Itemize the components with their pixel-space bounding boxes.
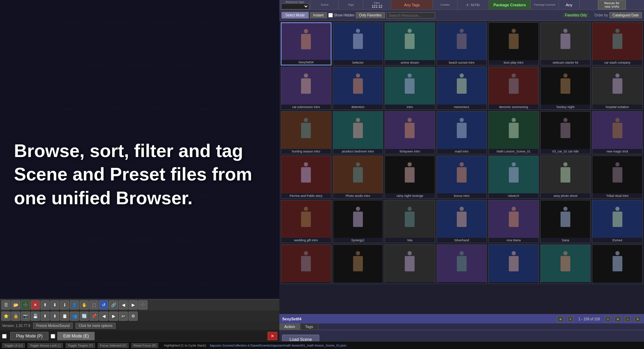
grid-item-perrine-pablo[interactable]: Perrine and Pablo story: [281, 156, 331, 199]
close-button[interactable]: ✕: [268, 332, 277, 340]
lock-icon[interactable]: 🔒: [11, 312, 20, 321]
grid-item-hockey-night[interactable]: hockey night: [540, 67, 591, 110]
first-page-button[interactable]: «: [557, 316, 564, 322]
edit-mode-button[interactable]: Edit Mode (E): [57, 332, 95, 340]
hand-icon[interactable]: ✋: [80, 300, 89, 309]
grid-item-sexy-photo-shoot[interactable]: sexy photo shoot: [540, 156, 591, 199]
save-icon[interactable]: 💾: [31, 312, 40, 321]
resource-type-select[interactable]: [281, 3, 309, 9]
catalogued-date-button[interactable]: Catalogued Date: [609, 12, 642, 18]
grid-item-selector[interactable]: Selector: [333, 22, 383, 65]
grid-item-math-lesson[interactable]: Math Lesson_Scene_01: [488, 111, 539, 154]
grid-item-beach-sunset-intro[interactable]: beach sunset intro: [437, 22, 487, 65]
grid-item-synergy1[interactable]: Synergy1: [333, 200, 383, 243]
download-icon[interactable]: ⬇: [50, 300, 59, 309]
tab-tags[interactable]: Tags: [300, 323, 319, 330]
grid-item-tribal-ritual[interactable]: Tribal ritual intro: [592, 156, 643, 199]
zoom-out-button[interactable]: -: [625, 316, 631, 322]
search-input[interactable]: [386, 12, 435, 19]
grid-item-anime-dream[interactable]: anime dream: [385, 22, 435, 65]
grid-item-webcam-starter-kit[interactable]: webcam starter kit: [540, 22, 591, 65]
arrow-left-icon[interactable]: ◀: [119, 300, 128, 309]
select-mode-button[interactable]: Select Mode: [281, 12, 309, 19]
group-icon[interactable]: 👥: [70, 312, 79, 321]
play-mode-checkbox[interactable]: [2, 334, 7, 339]
instant-button[interactable]: Instant: [310, 12, 327, 18]
grid-item-cat-submission-intro[interactable]: cat submission intro: [281, 67, 331, 110]
grid-item-ana-maria[interactable]: Ana Maria: [488, 200, 539, 243]
rotate-icon[interactable]: ↺: [99, 300, 108, 309]
grid-item-item-38[interactable]: [385, 244, 435, 284]
show-hidden-checkbox[interactable]: [328, 13, 333, 17]
focus-selected-button[interactable]: Focus Selected (F): [98, 343, 129, 348]
grid-item-lichqueen-intro[interactable]: lichqueen intro: [385, 111, 435, 154]
grid-item-demonic-summoning[interactable]: demonic summoning: [488, 67, 539, 110]
grid-item-memories1[interactable]: memories1: [437, 67, 487, 110]
add-icon[interactable]: ➕: [21, 300, 30, 309]
grid-item-rainy-night[interactable]: rainy night revenge: [385, 156, 435, 199]
grid-item-item-36[interactable]: [281, 244, 331, 284]
camera-icon[interactable]: 📷: [21, 312, 30, 321]
grid-item-detention[interactable]: detention: [333, 67, 383, 110]
play-mode-button[interactable]: Play Mode (P): [10, 332, 49, 340]
next-icon[interactable]: ▶: [109, 312, 118, 321]
grid-item-item-40[interactable]: [488, 244, 539, 284]
user-icon[interactable]: 👤: [70, 300, 79, 309]
reset-focus-button[interactable]: Reset Focus (R): [131, 343, 159, 348]
down-icon[interactable]: ⬇: [50, 312, 59, 321]
menu-icon[interactable]: ☰: [1, 300, 10, 309]
edit-mode-checkbox[interactable]: [51, 334, 55, 339]
toggle-ui-button[interactable]: Toggle UI (U): [2, 343, 25, 348]
rescan-button[interactable]: Rescan for new VARs: [598, 0, 626, 9]
pin-icon[interactable]: 📌: [89, 312, 98, 321]
grid-item-item-42[interactable]: [592, 244, 643, 284]
next-page-button[interactable]: ›: [605, 316, 611, 322]
grid-item-intro[interactable]: intro: [385, 67, 435, 110]
grid-item-photo-studio[interactable]: Photo studio intro: [333, 156, 383, 199]
grid-item-new-magic-trick[interactable]: new magic trick: [592, 111, 643, 154]
toggle-mouse-button[interactable]: Toggle Mouse Lock (;): [28, 343, 63, 348]
open-icon[interactable]: 📂: [11, 300, 20, 309]
upload-icon[interactable]: ⬆: [41, 300, 50, 309]
grid-item-bonus-intro[interactable]: bonus intro: [437, 156, 487, 199]
grid-item-bum-play-intro[interactable]: bum play intro: [488, 22, 539, 65]
grid-item-silverhand[interactable]: Silverhand: [437, 200, 487, 243]
zoom-in-button[interactable]: +: [634, 316, 641, 322]
toggle-targets-button[interactable]: Toggle Targets (T): [66, 343, 95, 348]
prev-page-button[interactable]: ‹: [568, 316, 573, 322]
grid-item-robotux[interactable]: robotUX: [488, 156, 539, 199]
grid-item-item-37[interactable]: [333, 244, 383, 284]
grid-item-sexy-set-04[interactable]: SexySet04: [281, 22, 331, 65]
only-favorites-button[interactable]: Only Favorites: [356, 12, 385, 18]
reset-icon[interactable]: 🔄: [80, 312, 89, 321]
last-page-button[interactable]: »: [614, 316, 621, 322]
grid-item-sana[interactable]: Sana: [540, 200, 591, 243]
plus-icon[interactable]: ➕: [138, 300, 147, 309]
grid-item-wedding-gift[interactable]: wedding gift intro: [281, 200, 331, 243]
select-icon[interactable]: ⬚: [89, 300, 98, 309]
grid-item-esme4[interactable]: Esme4: [592, 200, 643, 243]
info-icon[interactable]: ℹ: [60, 300, 69, 309]
link-icon[interactable]: 🔗: [109, 300, 118, 309]
arrow-right-icon[interactable]: ▶: [129, 300, 138, 309]
tab-action[interactable]: Action: [279, 323, 300, 330]
grid-item-hunting-season-intro[interactable]: hunting season intro: [281, 111, 331, 154]
grid-item-car-ride[interactable]: 03_car_01 car ride: [540, 111, 591, 154]
grid-item-hospital-isolation[interactable]: hospital isolation: [592, 67, 643, 110]
copy-icon[interactable]: 📋: [60, 312, 69, 321]
up-icon[interactable]: ⬆: [41, 312, 50, 321]
settings-icon[interactable]: ⚙: [129, 312, 138, 321]
grid-item-car-wash-company[interactable]: car wash company: [592, 22, 643, 65]
grid-item-item-41[interactable]: [540, 244, 591, 284]
grid-item-mia[interactable]: Mia: [385, 200, 435, 243]
freeze-button[interactable]: Freeze Motion/Sound: [33, 323, 73, 329]
grid-item-maid-intro[interactable]: maid intro: [437, 111, 487, 154]
more-options-button[interactable]: Click for more options: [75, 323, 116, 329]
grid-item-jessika-bedroom[interactable]: jessika's bedroom intro: [333, 111, 383, 154]
star-icon[interactable]: ⭐: [1, 312, 10, 321]
package-creators-group[interactable]: Package Creators: [489, 0, 531, 9]
grid-item-item-39[interactable]: [437, 244, 487, 284]
prev-icon[interactable]: ◀: [99, 312, 108, 321]
back-icon[interactable]: ↩: [119, 312, 128, 321]
delete-icon[interactable]: ✕: [31, 300, 40, 309]
